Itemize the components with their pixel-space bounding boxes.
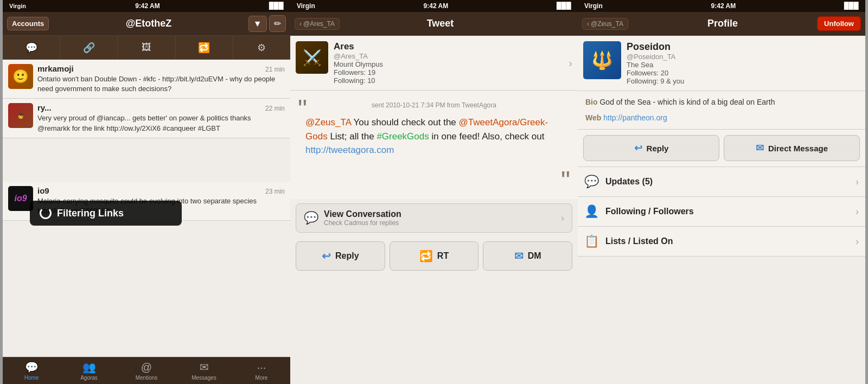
updates-icon: 💬 [584, 175, 599, 189]
reply-button-tweet[interactable]: ↩ Reply [296, 241, 385, 271]
nav-bar-3: ‹ @Zeus_TA Profile Unfollow [578, 12, 865, 36]
reply-label: Reply [335, 251, 359, 261]
toolbar-photo[interactable]: 🖼 [118, 36, 175, 59]
tab-messages[interactable]: ✉ Messages [175, 357, 233, 384]
view-conv-subtitle: Check Cadmus for replies [324, 219, 561, 227]
nav-title-2: Tweet [340, 18, 541, 29]
profile-bio-area: Bio God of the Sea - which is kind of a … [578, 91, 865, 130]
avatar-mrkamoji: 🙂 [8, 64, 33, 89]
text-ry: Very very proud of @iancap... gets bette… [37, 113, 285, 133]
username-ry: ry... [37, 103, 52, 112]
username-io9: io9 [37, 186, 49, 195]
ares-name: Ares [334, 41, 563, 52]
status-bar-3: Virgin 9:42 AM ▉▉▉ [578, 0, 865, 12]
bio-label: Bio [585, 98, 598, 106]
url-tweetagora[interactable]: http://tweetagora.com [305, 145, 394, 155]
tweet-body: @Zeus_TA You should check out the @Tweet… [301, 116, 567, 157]
profile-updates-item[interactable]: 💬 Updates (5) › [578, 167, 865, 197]
toolbar-settings[interactable]: ⚙ [233, 36, 290, 59]
web-link[interactable]: http://pantheon.org [603, 113, 667, 122]
following-icon: 👤 [584, 204, 599, 219]
compose-button[interactable]: ✏ [269, 15, 286, 32]
tab-agoras[interactable]: 👥 Agoras [60, 357, 118, 384]
dm-icon: ✉ [514, 249, 524, 263]
reply-button-profile[interactable]: ↩ Reply [583, 135, 719, 161]
tab-mentions-label: Mentions [136, 375, 158, 381]
back-label-3: @Zeus_TA [591, 20, 623, 28]
tweet-meta: sent 2010-10-21 7:34 PM from TweetAgora [301, 99, 567, 109]
phone-3: Virgin 9:42 AM ▉▉▉ ‹ @Zeus_TA Profile Un… [578, 0, 865, 384]
time-3: 9:42 AM [711, 2, 736, 10]
poseidon-following: Following: 9 & you [627, 77, 860, 85]
tweet-item-ry[interactable]: 👦 ry... 22 min Very very proud of @ianca… [3, 99, 290, 138]
dm-button-profile[interactable]: ✉ Direct Message [724, 135, 860, 161]
unfollow-button[interactable]: Unfollow [817, 16, 861, 31]
phone-2: Virgin 9:42 AM ▉▉▉ ‹ @Ares_TA Tweet ⚔️ A… [290, 0, 578, 384]
reply-icon: ↩ [322, 249, 331, 263]
phone-1: Virgin 9:42 AM ▉▉▉ Accounts @EtotheZ ▼ ✏… [3, 0, 290, 384]
back-button-3[interactable]: ‹ @Zeus_TA [582, 18, 628, 30]
text-mrkamoji: Ontario won't ban Double Down - #kfc - h… [37, 74, 285, 94]
reply-label-profile: Reply [647, 144, 669, 153]
battery-3: ▉▉▉ [844, 2, 859, 10]
following-chevron: › [856, 206, 859, 217]
profile-web: Web http://pantheon.org [585, 112, 858, 124]
time-mrkamoji: 21 min [265, 66, 285, 73]
ares-following: Following: 10 [334, 76, 563, 85]
poseidon-location: The Sea [627, 61, 860, 69]
toolbar-link[interactable]: 🔗 [60, 36, 118, 59]
tweet-detail-header[interactable]: ⚔️ Ares @Ares_TA Mount Olympus Followers… [290, 36, 578, 91]
rt-icon: 🔁 [419, 249, 433, 263]
conversation-icon: 💬 [304, 211, 318, 225]
filter-button[interactable]: ▼ [248, 16, 267, 32]
nav-title-3: Profile [628, 18, 817, 29]
rt-button[interactable]: 🔁 RT [390, 241, 479, 271]
carrier-3: Virgin [584, 2, 603, 10]
tweet-item-mrkamoji[interactable]: 🙂 mrkamoji 21 min Ontario won't ban Doub… [3, 60, 290, 99]
quote-open-icon: " [298, 96, 307, 122]
phones-container: Virgin 9:42 AM ▉▉▉ Accounts @EtotheZ ▼ ✏… [0, 0, 868, 384]
web-label: Web [585, 113, 601, 122]
tweet-quote-area: " sent 2010-10-21 7:34 PM from TweetAgor… [290, 91, 578, 199]
back-label-2: @Ares_TA [303, 20, 335, 28]
following-label: Following / Followers [605, 207, 856, 216]
accounts-button[interactable]: Accounts [7, 17, 49, 30]
time-1: 9:42 AM [135, 2, 160, 10]
messages-icon: ✉ [200, 361, 209, 374]
nav-bar-1: Accounts @EtotheZ ▼ ✏ [3, 12, 290, 36]
hashtag-greekgods[interactable]: #GreekGods [376, 131, 429, 142]
dm-button-tweet[interactable]: ✉ DM [483, 241, 572, 271]
tab-bar-1: 💬 Home 👥 Agoras @ Mentions ✉ Messages ··… [3, 357, 290, 384]
spinner-icon [40, 207, 52, 219]
tweet-list: 🙂 mrkamoji 21 min Ontario won't ban Doub… [3, 60, 290, 357]
profile-following-item[interactable]: 👤 Following / Followers › [578, 197, 865, 227]
bio-text: God of the Sea - which is kind of a big … [599, 98, 775, 106]
battery-2: ▉▉▉ [557, 2, 571, 10]
lists-label: Lists / Listed On [605, 236, 856, 246]
dm-label: DM [528, 251, 541, 261]
tweet-text-3: in one feed! Also, check out [432, 131, 545, 142]
rt-label: RT [437, 251, 449, 261]
toolbar-chat[interactable]: 💬 [3, 36, 60, 59]
tab-more[interactable]: ··· More [233, 357, 290, 384]
time-ry: 22 min [265, 105, 285, 112]
mentions-icon: @ [141, 361, 152, 374]
tab-agoras-label: Agoras [80, 375, 98, 381]
ares-location: Mount Olympus [334, 60, 563, 68]
profile-lists-item[interactable]: 📋 Lists / Listed On › [578, 227, 865, 257]
toolbar-retweet[interactable]: 🔁 [176, 36, 233, 59]
tab-more-label: More [256, 375, 268, 381]
tab-mentions[interactable]: @ Mentions [118, 357, 175, 384]
back-button-2[interactable]: ‹ @Ares_TA [295, 18, 340, 30]
tab-home[interactable]: 💬 Home [3, 357, 60, 384]
agoras-icon: 👥 [82, 361, 96, 374]
tweet-text-2: List; all the [330, 131, 376, 142]
view-conv-chevron: › [561, 213, 564, 224]
tweet-text-1: You should check out the [353, 117, 458, 127]
profile-header: 🔱 Poseidon @Poseidon_TA The Sea Follower… [578, 36, 865, 91]
tab-home-label: Home [24, 375, 39, 381]
battery-1: ▉▉▉ [269, 2, 284, 10]
status-bar-2: Virgin 9:42 AM ▉▉▉ [290, 0, 578, 12]
view-conversation-button[interactable]: 💬 View Conversation Check Cadmus for rep… [296, 203, 572, 233]
tooltip-label: Filtering Links [57, 208, 124, 219]
